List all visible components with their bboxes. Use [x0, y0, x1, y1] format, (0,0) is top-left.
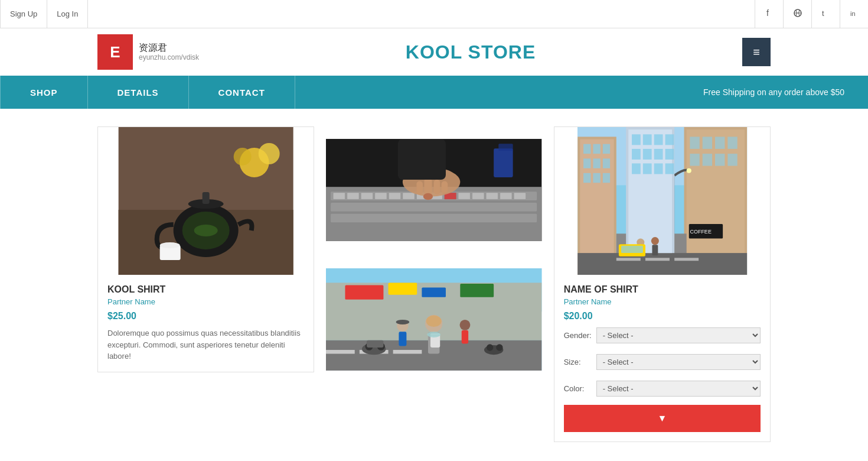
svg-rect-23: [334, 193, 345, 199]
svg-rect-95: [727, 137, 737, 148]
product-price-1: $25.00: [107, 311, 304, 322]
svg-rect-79: [583, 144, 590, 154]
svg-rect-112: [665, 134, 674, 145]
svg-rect-106: [674, 258, 699, 261]
size-label: Size:: [564, 358, 596, 366]
store-title-area: KOOL STORE: [199, 41, 742, 63]
add-to-cart-button[interactable]: ▼: [564, 405, 761, 432]
logo-area: E 资源君 eyunzhu.com/vdisk: [97, 34, 199, 70]
svg-point-16: [160, 242, 180, 248]
dribbble-link[interactable]: [783, 0, 811, 28]
svg-point-101: [686, 168, 691, 173]
top-bar: Sign Up Log In f t in: [0, 0, 868, 28]
size-row: Size: - Select - S M L XL: [564, 354, 761, 370]
svg-point-73: [460, 320, 471, 330]
svg-rect-40: [434, 180, 440, 194]
svg-rect-114: [643, 149, 652, 160]
login-link[interactable]: Log In: [47, 0, 88, 28]
svg-rect-42: [417, 181, 423, 194]
svg-point-69: [497, 344, 503, 350]
svg-rect-50: [389, 283, 417, 294]
right-product-name: NAME OF SHIRT: [564, 284, 761, 295]
svg-point-10: [234, 148, 252, 165]
facebook-link[interactable]: f: [755, 0, 783, 28]
svg-rect-82: [583, 158, 590, 168]
gender-select[interactable]: - Select - Male Female: [596, 327, 761, 343]
middle-column: [326, 126, 541, 383]
color-select[interactable]: - Select - Red Blue Black: [596, 381, 761, 397]
svg-rect-96: [690, 154, 699, 165]
svg-rect-34: [486, 193, 498, 199]
svg-rect-21: [331, 203, 537, 212]
svg-rect-85: [583, 173, 590, 183]
svg-text:t: t: [822, 9, 824, 18]
svg-point-62: [426, 316, 442, 327]
product-card-right: COFFEE: [554, 126, 771, 442]
svg-rect-28: [403, 193, 415, 199]
svg-rect-56: [393, 350, 422, 353]
svg-rect-27: [389, 193, 401, 199]
svg-rect-117: [632, 163, 641, 174]
right-product-price: $20.00: [564, 311, 761, 322]
svg-rect-52: [461, 284, 494, 297]
svg-rect-116: [665, 149, 674, 160]
add-cart-icon: ▼: [657, 413, 667, 424]
partner-name-1: Partner Name: [107, 297, 304, 306]
svg-rect-103: [577, 253, 747, 275]
svg-rect-54: [326, 350, 355, 353]
svg-point-17: [194, 225, 218, 236]
product-select-options: NAME OF SHIRT Partner Name $20.00 Gender…: [554, 275, 770, 441]
svg-rect-104: [616, 258, 640, 261]
product-desc-1: Doloremque quo possimus quas necessitati…: [107, 327, 304, 362]
svg-rect-45: [499, 144, 513, 151]
logo-icon: E: [97, 34, 133, 70]
logo-chinese: 资源君: [139, 42, 199, 53]
svg-rect-119: [654, 163, 663, 174]
products-area: KOOL SHIRT Partner Name $25.00 Doloremqu…: [0, 109, 868, 460]
size-select[interactable]: - Select - S M L XL: [596, 354, 761, 370]
svg-point-71: [396, 320, 410, 324]
signup-link[interactable]: Sign Up: [0, 0, 47, 28]
gender-row: Gender: - Select - Male Female: [564, 327, 761, 343]
gender-label: Gender:: [564, 331, 596, 340]
svg-rect-44: [494, 148, 513, 177]
twitter-link[interactable]: t: [811, 0, 840, 28]
linkedin-link[interactable]: in: [840, 0, 868, 28]
nav-shop[interactable]: SHOP: [0, 76, 88, 109]
logo-url: eyunzhu.com/vdisk: [139, 53, 199, 61]
color-label: Color:: [564, 384, 596, 393]
svg-rect-49: [345, 285, 384, 299]
svg-rect-74: [462, 330, 468, 344]
svg-rect-120: [665, 163, 674, 174]
svg-rect-43: [398, 139, 446, 180]
svg-rect-113: [632, 149, 641, 160]
svg-rect-32: [458, 193, 470, 199]
svg-rect-126: [621, 246, 643, 253]
svg-rect-26: [375, 193, 387, 199]
product-card-1: KOOL SHIRT Partner Name $25.00 Doloremqu…: [97, 126, 314, 372]
svg-point-68: [487, 344, 493, 350]
svg-rect-105: [645, 258, 670, 261]
svg-point-123: [651, 237, 658, 245]
svg-text:in: in: [850, 10, 856, 17]
svg-rect-118: [643, 163, 652, 174]
svg-rect-94: [715, 137, 725, 148]
top-bar-auth: Sign Up Log In: [0, 0, 88, 28]
svg-text:COFFEE: COFFEE: [690, 229, 712, 235]
middle-image-top: [326, 126, 541, 254]
svg-point-39: [423, 193, 433, 200]
store-title: KOOL STORE: [406, 41, 536, 63]
navigation: SHOP DETAILS CONTACT Free Shipping on an…: [0, 76, 868, 109]
nav-contact[interactable]: CONTACT: [189, 76, 295, 109]
svg-rect-80: [593, 144, 600, 154]
svg-rect-110: [643, 134, 652, 145]
svg-rect-66: [367, 340, 383, 348]
svg-point-61: [428, 332, 441, 337]
svg-rect-86: [593, 173, 600, 183]
nav-items: SHOP DETAILS CONTACT: [0, 76, 295, 109]
svg-rect-22: [331, 214, 537, 223]
facebook-icon: f: [765, 8, 774, 20]
nav-details[interactable]: DETAILS: [88, 76, 189, 109]
svg-text:f: f: [766, 8, 769, 18]
menu-button[interactable]: ≡: [742, 38, 771, 66]
